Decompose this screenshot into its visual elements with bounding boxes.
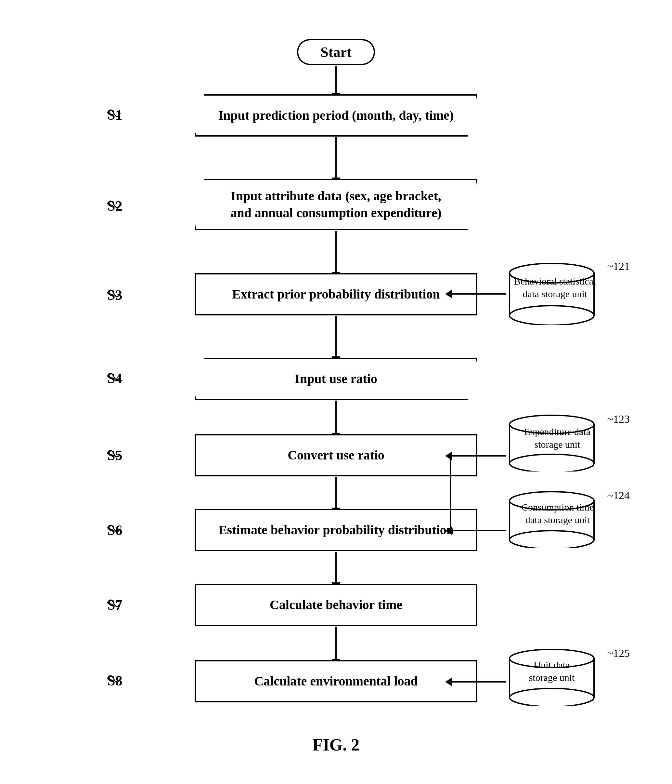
step-s8-text: Calculate environmental load (254, 673, 418, 690)
arrow-db125-s8 (451, 681, 506, 683)
arrow-s7-s8 (335, 627, 337, 660)
svg-point-11 (509, 688, 594, 706)
arrow-s3-s4 (335, 316, 337, 358)
step-s2: Input attribute data (sex, age bracket, … (195, 179, 477, 230)
step-s4-text: Input use ratio (295, 370, 377, 387)
diagram-container: Start Input prediction period (month, da… (0, 20, 672, 767)
step-s7-text: Calculate behavior time (270, 596, 402, 613)
db-121-label: Behavioral statisticaldata storage unit (506, 275, 604, 300)
svg-point-8 (509, 531, 594, 548)
step-s5: Convert use ratio (195, 434, 477, 476)
label-s7-tilde (107, 595, 127, 611)
db-123-ref: ~123 (607, 413, 630, 425)
arrow-s1-s2 (335, 137, 337, 179)
label-s3-tilde (107, 285, 127, 302)
arrow-s5-s6 (335, 477, 337, 509)
step-s6: Estimate behavior probability distributi… (195, 509, 477, 551)
step-s5-text: Convert use ratio (287, 447, 385, 464)
label-s8-tilde (107, 671, 127, 687)
step-s3-text: Extract prior probability distribution (232, 286, 440, 303)
label-s4-tilde (107, 369, 127, 385)
svg-point-5 (509, 454, 594, 471)
db-121-ref: ~121 (607, 260, 630, 272)
figure-caption: FIG. 2 (313, 735, 359, 754)
step-s2-text: Input attribute data (sex, age bracket, … (230, 188, 441, 221)
label-s1-tilde (107, 105, 127, 121)
db-124-ref: ~124 (607, 489, 630, 502)
arrow-db121-s3 (451, 293, 506, 295)
label-s5-tilde (107, 445, 127, 462)
db-124-label: Consumption timedata storage unit (513, 501, 602, 526)
arrow-s6-s7 (335, 552, 337, 584)
arrow-s4-s5 (335, 401, 337, 434)
start-label: Start (320, 44, 351, 61)
svg-point-2 (509, 306, 594, 325)
db-125-label: Unit datastorage unit (509, 658, 594, 684)
label-s2-tilde (107, 196, 127, 212)
db-123-label: Expenditure datastorage unit (514, 425, 601, 451)
label-s6-tilde (107, 520, 127, 537)
db-125-ref: ~125 (607, 647, 630, 660)
step-s4: Input use ratio (195, 358, 477, 400)
arrow-start-s1 (335, 66, 337, 94)
arrow-db123-s5 (451, 455, 506, 457)
step-s8: Calculate environmental load (195, 660, 477, 702)
step-s1: Input prediction period (month, day, tim… (195, 94, 477, 137)
arrow-s2-s3 (335, 231, 337, 273)
arrow-db124-s6 (451, 530, 506, 531)
connector-v-123-124 (450, 455, 451, 530)
step-s7: Calculate behavior time (195, 584, 477, 626)
step-s6-text: Estimate behavior probability distributi… (218, 521, 454, 538)
start-capsule: Start (297, 39, 375, 65)
step-s3: Extract prior probability distribution (195, 273, 477, 316)
step-s1-text: Input prediction period (month, day, tim… (218, 107, 454, 124)
